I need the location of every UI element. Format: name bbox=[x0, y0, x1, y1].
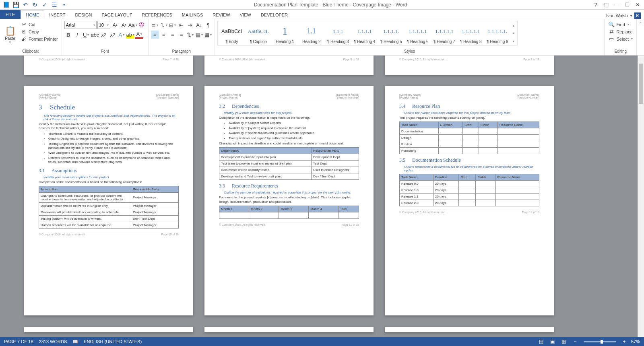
clipboard-icon: 📋 bbox=[5, 26, 16, 36]
tab-references[interactable]: REFERENCES bbox=[137, 11, 177, 19]
style-item[interactable]: 1.1.1¶ Heading 3 bbox=[325, 22, 351, 45]
font-size-select[interactable]: 10▾ bbox=[97, 21, 110, 29]
shading-icon[interactable]: ▤▾ bbox=[195, 31, 203, 39]
clear-formatting-icon[interactable]: Ⓐ bbox=[138, 21, 146, 29]
highlight-icon[interactable]: ab▾ bbox=[126, 31, 134, 39]
qat-customize-icon[interactable]: ▾ bbox=[60, 1, 68, 9]
save-button[interactable]: 💾 bbox=[11, 1, 20, 9]
increase-indent-icon[interactable]: ⇥ bbox=[186, 21, 194, 29]
font-name-select[interactable]: Arial▾ bbox=[64, 21, 97, 29]
brush-icon: 🖌 bbox=[21, 36, 27, 42]
copy-icon: ⎘ bbox=[21, 29, 27, 35]
sort-icon[interactable]: A↓ bbox=[195, 21, 203, 29]
shrink-font-icon[interactable]: A▾ bbox=[120, 21, 128, 29]
style-item[interactable]: 1.1.1.1¶ Heading 4 bbox=[351, 22, 378, 45]
superscript-icon[interactable]: x2 bbox=[109, 31, 117, 39]
style-item[interactable]: 1.1.1.1.1¶ Heading 7 bbox=[431, 22, 458, 45]
tab-insert[interactable]: INSERT bbox=[44, 11, 70, 19]
style-item[interactable]: AaBbCcI.¶ Caption bbox=[245, 22, 272, 45]
style-item[interactable]: 1.1.1.1.1.¶ Heading 9 bbox=[484, 22, 511, 45]
align-center-icon[interactable]: ≡ bbox=[160, 31, 168, 39]
style-scroll-btn[interactable]: ▾ bbox=[511, 37, 516, 45]
style-item[interactable]: AaBbCcI¶ Body bbox=[219, 22, 245, 45]
borders-icon[interactable]: ▦▾ bbox=[204, 31, 212, 39]
ribbon-display-icon[interactable]: ⬚ bbox=[601, 1, 611, 9]
style-scroll-btn[interactable]: ▴ bbox=[511, 22, 516, 29]
user-name[interactable]: Ivan Walsh bbox=[606, 13, 628, 18]
justify-icon[interactable]: ≡ bbox=[178, 31, 186, 39]
bullets-icon[interactable]: ≣▾ bbox=[151, 21, 159, 29]
select-icon: ▭ bbox=[608, 36, 615, 42]
align-left-icon[interactable]: ≡ bbox=[151, 31, 159, 39]
tab-page-layout[interactable]: PAGE LAYOUT bbox=[97, 11, 137, 19]
group-paragraph-label: Paragraph bbox=[151, 48, 212, 54]
show-marks-icon[interactable]: ¶ bbox=[204, 21, 212, 29]
avatar[interactable]: K bbox=[634, 12, 641, 19]
restore-icon[interactable]: ❐ bbox=[622, 1, 632, 9]
style-item[interactable]: 1.1.1.1.¶ Heading 5 bbox=[378, 22, 405, 45]
style-item[interactable]: 1.1Heading 2 bbox=[298, 22, 325, 45]
decrease-indent-icon[interactable]: ⇤ bbox=[178, 21, 186, 29]
style-scroll-btn[interactable]: ▾ bbox=[511, 29, 516, 37]
redo-button[interactable]: ↻ bbox=[31, 1, 39, 9]
cut-button[interactable]: ✂Cut bbox=[19, 21, 59, 28]
minimize-icon[interactable]: — bbox=[612, 1, 621, 9]
group-clipboard-label: Clipboard bbox=[2, 48, 59, 54]
tab-mailings[interactable]: MAILINGS bbox=[177, 11, 208, 19]
group-editing-label: Editing bbox=[607, 48, 634, 54]
undo-button[interactable]: ↶ bbox=[21, 1, 30, 9]
close-icon[interactable]: ✕ bbox=[633, 1, 642, 9]
styles-gallery[interactable]: AaBbCcI¶ BodyAaBbCcI.¶ Caption1Heading 1… bbox=[217, 21, 518, 46]
tab-developer[interactable]: DEVELOPER bbox=[256, 11, 293, 19]
find-icon: 🔍 bbox=[608, 21, 615, 27]
tab-file[interactable]: FILE bbox=[0, 10, 21, 19]
window-title: Documentation Plan Template - Blue Theme… bbox=[70, 2, 591, 8]
group-styles-label: Styles bbox=[217, 48, 602, 54]
numbering-icon[interactable]: ⒈▾ bbox=[160, 21, 168, 29]
touch-mode-icon[interactable]: ☰ bbox=[50, 1, 59, 9]
style-item[interactable]: 1Heading 1 bbox=[272, 22, 298, 45]
multilevel-list-icon[interactable]: ⊟▾ bbox=[169, 21, 177, 29]
tab-home[interactable]: HOME bbox=[21, 10, 44, 19]
change-case-icon[interactable]: Aa▾ bbox=[129, 21, 137, 29]
align-right-icon[interactable]: ≡ bbox=[169, 31, 177, 39]
strikethrough-icon[interactable]: abc bbox=[91, 31, 99, 39]
style-item[interactable]: 1.1.1.1.1¶ Heading 8 bbox=[458, 22, 484, 45]
style-item[interactable]: 1.1.1.1.1¶ Heading 6 bbox=[405, 22, 431, 45]
copy-button[interactable]: ⎘Copy bbox=[19, 28, 59, 35]
select-button[interactable]: ▭Select▾ bbox=[607, 35, 634, 42]
group-font-label: Font bbox=[64, 48, 146, 54]
text-effects-icon[interactable]: A▾ bbox=[118, 31, 126, 39]
replace-icon: ⇄ bbox=[608, 29, 615, 35]
spellcheck-icon[interactable]: ✓ bbox=[40, 1, 49, 9]
line-spacing-icon[interactable]: ⇅▾ bbox=[186, 31, 194, 39]
grow-font-icon[interactable]: A▴ bbox=[111, 21, 119, 29]
paste-button[interactable]: 📋 Paste ▾ bbox=[2, 21, 18, 48]
subscript-icon[interactable]: x2 bbox=[100, 31, 108, 39]
word-icon[interactable]: 📘 bbox=[2, 1, 10, 9]
underline-icon[interactable]: U▾ bbox=[82, 31, 90, 39]
font-color-icon[interactable]: A▾ bbox=[135, 31, 143, 39]
tab-review[interactable]: REVIEW bbox=[208, 11, 235, 19]
bold-icon[interactable]: B bbox=[64, 31, 72, 39]
collapse-ribbon-icon[interactable]: ˄ bbox=[637, 19, 644, 27]
help-icon[interactable]: ? bbox=[591, 1, 601, 9]
tab-view[interactable]: VIEW bbox=[235, 11, 256, 19]
format-painter-button[interactable]: 🖌Format Painter bbox=[19, 35, 59, 42]
replace-button[interactable]: ⇄Replace bbox=[607, 28, 634, 35]
italic-icon[interactable]: I bbox=[73, 31, 81, 39]
scissors-icon: ✂ bbox=[21, 21, 27, 27]
find-button[interactable]: 🔍Find▾ bbox=[607, 21, 634, 28]
tab-design[interactable]: DESIGN bbox=[70, 11, 97, 19]
